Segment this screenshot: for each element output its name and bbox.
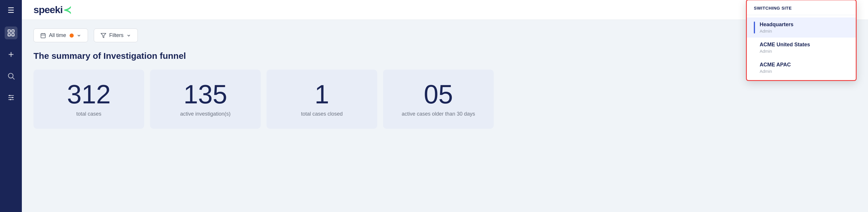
logo-text: speeki bbox=[33, 4, 63, 16]
logo: speeki≺ bbox=[33, 4, 71, 16]
stat-card-active-investigations: 135 active investigation(s) bbox=[150, 69, 261, 129]
stat-number-total-cases: 312 bbox=[67, 81, 111, 108]
svg-point-13 bbox=[10, 99, 11, 100]
site-switcher-wrapper: Headquarters SWITCHING SITE bbox=[752, 2, 813, 17]
svg-rect-1 bbox=[12, 30, 14, 32]
sidebar: ☰ bbox=[0, 0, 22, 212]
site-option-content: ACME United States Admin bbox=[760, 42, 810, 54]
site-option-role: Admin bbox=[760, 69, 791, 74]
site-option-name: ACME APAC bbox=[760, 62, 791, 68]
chevron-down-icon bbox=[76, 33, 81, 38]
filters-label: Filters bbox=[109, 32, 124, 38]
svg-rect-3 bbox=[12, 33, 14, 36]
site-option-name: ACME United States bbox=[760, 42, 810, 48]
sidebar-icon-grid[interactable] bbox=[5, 27, 18, 39]
site-switcher-dropdown: SWITCHING SITE Headquarters Admin bbox=[746, 0, 857, 81]
stat-label-total-cases: total cases bbox=[76, 111, 101, 117]
stat-label-older-30: active cases older than 30 days bbox=[402, 111, 475, 117]
filter-funnel-icon bbox=[100, 33, 106, 38]
alltime-label: All time bbox=[49, 32, 66, 38]
svg-rect-0 bbox=[8, 30, 10, 32]
sidebar-icon-search[interactable] bbox=[5, 69, 18, 83]
logo-arrow-icon: ≺ bbox=[63, 4, 71, 16]
switching-site-label: SWITCHING SITE bbox=[754, 5, 792, 10]
svg-rect-20 bbox=[41, 33, 45, 38]
site-option-headquarters[interactable]: Headquarters Admin bbox=[747, 18, 856, 37]
site-option-role: Admin bbox=[760, 49, 810, 54]
site-option-name: Headquarters bbox=[760, 22, 794, 28]
site-option-acme-us[interactable]: ACME United States Admin bbox=[747, 37, 856, 58]
sidebar-icon-plus[interactable] bbox=[5, 48, 18, 61]
stat-label-active-investigations: active investigation(s) bbox=[180, 111, 230, 117]
main-content: speeki≺ Headquarters bbox=[22, 0, 868, 212]
alltime-filter-button[interactable]: All time bbox=[33, 29, 88, 42]
stat-number-total-closed: 1 bbox=[315, 81, 329, 108]
site-option-role: Admin bbox=[760, 29, 794, 33]
site-option-acme-apac[interactable]: ACME APAC Admin bbox=[747, 58, 856, 78]
topbar: speeki≺ Headquarters bbox=[22, 0, 868, 20]
selected-indicator bbox=[754, 22, 755, 33]
stat-number-older-30: 05 bbox=[424, 81, 453, 108]
svg-point-11 bbox=[9, 95, 10, 96]
topbar-right: Headquarters SWITCHING SITE bbox=[752, 2, 856, 17]
svg-point-6 bbox=[8, 73, 13, 78]
site-option-indicator bbox=[754, 62, 755, 74]
stat-card-total-cases: 312 total cases bbox=[33, 69, 144, 129]
filters-chevron-icon bbox=[126, 33, 131, 38]
stat-label-total-closed: total cases closed bbox=[301, 111, 343, 117]
svg-point-12 bbox=[12, 97, 13, 98]
svg-line-7 bbox=[12, 78, 14, 79]
hamburger-menu[interactable]: ☰ bbox=[7, 6, 14, 15]
page-title: The summary of Investigation funnel bbox=[33, 51, 856, 61]
notification-dot bbox=[70, 33, 74, 37]
site-option-content: ACME APAC Admin bbox=[760, 62, 791, 74]
stat-card-older-30: 05 active cases older than 30 days bbox=[383, 69, 494, 129]
site-option-content: Headquarters Admin bbox=[760, 22, 794, 33]
dropdown-header: SWITCHING SITE bbox=[747, 0, 856, 15]
stat-number-active-investigations: 135 bbox=[184, 81, 227, 108]
site-option-indicator bbox=[754, 42, 755, 54]
svg-marker-24 bbox=[101, 33, 106, 37]
content-area: All time Filters ADD NEW CASE The summar… bbox=[22, 20, 868, 212]
stats-row: 312 total cases 135 active investigation… bbox=[33, 69, 856, 129]
filters-button[interactable]: Filters bbox=[94, 29, 138, 42]
svg-rect-2 bbox=[8, 33, 10, 36]
sidebar-icon-settings[interactable] bbox=[5, 91, 18, 104]
stat-card-total-closed: 1 total cases closed bbox=[267, 69, 377, 129]
toolbar: All time Filters ADD NEW CASE bbox=[33, 29, 856, 42]
dropdown-items-list: Headquarters Admin ACME United States Ad… bbox=[747, 15, 856, 80]
